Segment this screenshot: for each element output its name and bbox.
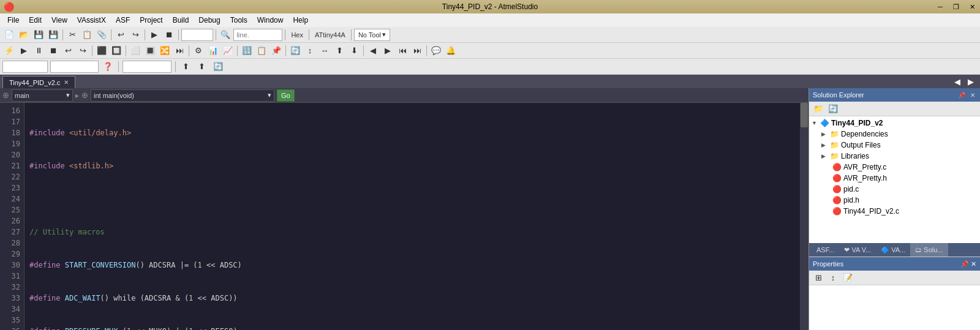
menu-build[interactable]: Build [168,13,194,27]
t2-btn12[interactable]: ⏭ [173,44,186,58]
t2-btn15[interactable]: 📈 [221,44,235,58]
t2-btn24[interactable]: ◀ [366,44,380,58]
menu-window[interactable]: Window [252,13,288,27]
sol-toolbar-btn2[interactable]: 🔄 [826,102,840,116]
tree-libraries[interactable]: ▶ 📁 Libraries [809,151,980,162]
t2-btn13[interactable]: ⚙ [192,44,205,58]
editor-scrollbar[interactable] [800,103,809,330]
t2-btn28[interactable]: 💬 [429,44,443,58]
menu-file[interactable]: File [2,13,24,27]
solu-tab[interactable]: 🗂 Solu... [910,243,948,257]
t2-btn21[interactable]: ↔ [318,44,331,58]
t3-upload-btn[interactable]: ⬆ [179,60,193,73]
tree-avr-pretty-c[interactable]: 🔴 AVR_Pretty.c [809,162,980,173]
t3-help-btn[interactable]: ❓ [101,60,115,73]
pin-btn[interactable]: 📌 [957,92,967,99]
t2-btn11[interactable]: 🔀 [158,44,172,58]
t2-btn20[interactable]: ↕ [303,44,317,58]
code-editor[interactable]: #include <util/delay.h> #include <stdlib… [24,103,800,330]
function-dropdown[interactable]: int main(void) ▾ [91,89,274,102]
t3-upload2-btn[interactable]: ⬆ [195,60,209,73]
t2-btn10[interactable]: 🔳 [143,44,157,58]
line-input[interactable] [236,31,279,39]
editor-tab[interactable]: Tiny44_PID_v2.c ✕ [2,76,75,88]
menu-debug[interactable]: Debug [194,13,225,27]
t2-btn4[interactable]: ⏹ [47,44,60,58]
save-all-btn[interactable]: 💾 [47,28,60,42]
t2-btn17[interactable]: 📋 [255,44,268,58]
t2-btn22[interactable]: ⬆ [333,44,346,58]
open-btn[interactable]: 📂 [17,28,31,42]
t2-btn6[interactable]: ↪ [76,44,89,58]
arduino-board-select[interactable]: Arduino Yún ▾ [50,61,98,73]
t2-btn26[interactable]: ⏮ [396,44,409,58]
t2-btn29[interactable]: 🔔 [444,44,458,58]
restore-button[interactable]: ❐ [948,0,964,13]
tab-scroll-left[interactable]: ◀ [951,75,964,88]
menu-vassistx[interactable]: VAssistX [72,13,111,27]
panel-close-btn[interactable]: ✕ [969,92,976,99]
t2-btn3[interactable]: ⏸ [32,44,45,58]
go-button[interactable]: Go [277,89,295,102]
stop-btn[interactable]: ⏹ [162,28,176,42]
prop-close-btn[interactable]: ✕ [971,260,976,268]
prop-pin-btn[interactable]: 📌 [960,260,969,268]
sol-toolbar-btn1[interactable]: 📁 [812,102,825,116]
t2-btn18[interactable]: 📌 [270,44,283,58]
menu-tools[interactable]: Tools [225,13,252,27]
hex-btn[interactable]: Hex [288,28,306,42]
arduino-version-select[interactable]: Arduino 1.6 ▾ [2,61,48,73]
t2-btn14[interactable]: 📊 [206,44,220,58]
tree-main-c[interactable]: 🔴 Tiny44_PID_v2.c [809,206,980,217]
debug-dropdown[interactable]: Debug ▾ [181,29,213,41]
no-tool-dropdown[interactable]: No Tool ▾ [354,29,390,41]
undo-btn[interactable]: ↩ [114,28,127,42]
new-file-btn[interactable]: 📄 [2,28,16,42]
t2-btn8[interactable]: 🔲 [110,44,123,58]
t2-btn5[interactable]: ↩ [61,44,75,58]
cut-btn[interactable]: ✂ [66,28,79,42]
prop-btn1[interactable]: ⊞ [812,271,825,285]
tree-pid-h[interactable]: 🔴 pid.h [809,195,980,206]
redo-btn[interactable]: ↪ [129,28,142,42]
build-btn[interactable]: ▶ [148,28,161,42]
tree-dependencies[interactable]: ▶ 📁 Dependencies [809,129,980,140]
menu-view[interactable]: View [47,13,72,27]
menu-edit[interactable]: Edit [24,13,47,27]
paste-btn[interactable]: 📎 [95,28,108,42]
scrollbar-thumb[interactable] [801,103,808,127]
scope-dropdown[interactable]: main ▾ [12,89,73,102]
va-tab[interactable]: 🔷 VA... [876,243,910,257]
arduino-port-select[interactable]: ▾ [123,61,172,73]
search-btn[interactable]: 🔍 [219,28,232,42]
tree-output[interactable]: ▶ 📁 Output Files [809,140,980,151]
tree-root[interactable]: ▼ 🔷 Tiny44_PID_v2 [809,118,980,129]
tab-scroll-right[interactable]: ▶ [964,75,978,88]
t2-btn16[interactable]: 🔢 [240,44,254,58]
copy-btn[interactable]: 📋 [80,28,94,42]
t2-btn1[interactable]: ⚡ [2,44,16,58]
va-v-tab[interactable]: ❤ VA V... [839,243,876,257]
tab-close-btn[interactable]: ✕ [64,79,69,86]
t3-reload-btn[interactable]: 🔄 [211,60,225,73]
minimize-button[interactable]: ─ [932,0,948,13]
prop-btn3[interactable]: 📝 [841,271,854,285]
t2-btn2[interactable]: ▶ [17,44,31,58]
prop-btn2[interactable]: ↕ [826,271,840,285]
t2-btn9[interactable]: ⬜ [129,44,142,58]
code-line-17: #include <stdlib.h> [29,160,795,171]
t2-btn7[interactable]: ⬛ [95,44,108,58]
t2-btn23[interactable]: ⬇ [347,44,361,58]
t2-btn19[interactable]: 🔄 [288,44,302,58]
save-btn[interactable]: 💾 [32,28,45,42]
menu-help[interactable]: Help [288,13,313,27]
t2-btn27[interactable]: ⏭ [410,44,424,58]
tree-avr-pretty-h[interactable]: 🔴 AVR_Pretty.h [809,173,980,184]
chip-btn[interactable]: ATtiny44A [312,28,349,42]
menu-project[interactable]: Project [135,13,167,27]
close-button[interactable]: ✕ [964,0,980,13]
tree-pid-c[interactable]: 🔴 pid.c [809,184,980,195]
t2-btn25[interactable]: ▶ [381,44,394,58]
asf-tab[interactable]: ASF... [812,243,839,257]
menu-asf[interactable]: ASF [111,13,135,27]
